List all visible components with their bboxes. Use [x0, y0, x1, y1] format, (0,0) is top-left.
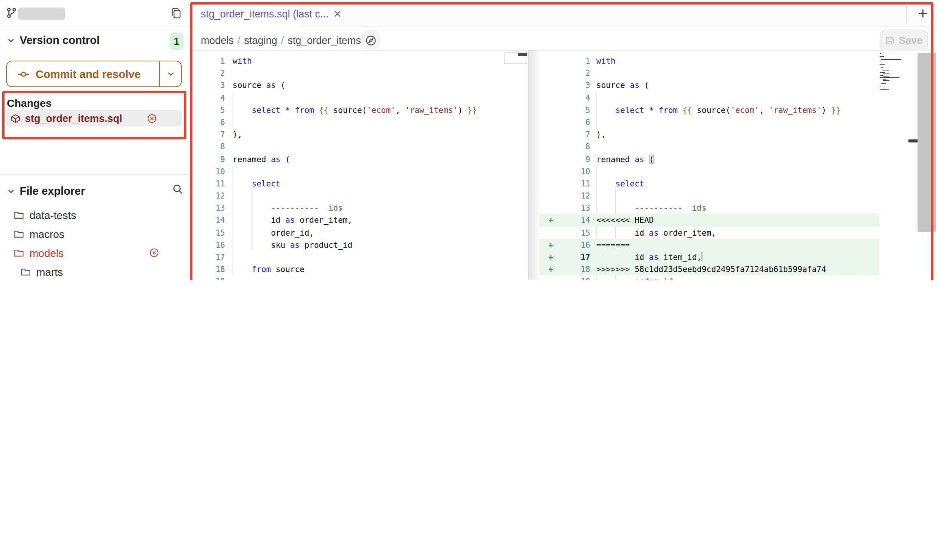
code-line-9: 9renamed as (	[190, 153, 528, 165]
code-line-6: 6	[190, 116, 528, 128]
code-line-2: 2	[190, 67, 528, 79]
code-line-10: 10	[539, 165, 880, 177]
changes-title: Changes	[7, 97, 52, 109]
discard-change-icon[interactable]	[149, 248, 159, 258]
tab-stg-order-items[interactable]: stg_order_items.sql (last c... ✕	[190, 0, 302, 27]
tree-item-marts[interactable]: marts	[0, 263, 189, 280]
code-line-12: 12	[539, 189, 880, 202]
model-lineage-icon[interactable]	[361, 30, 380, 50]
breadcrumb: models/staging/stg_order_items.sql	[201, 35, 377, 46]
sidebar: Version control 1 Commit and resolve Cha…	[0, 0, 189, 280]
code-line-4: 4	[190, 91, 528, 103]
code-line-6: 6	[539, 116, 880, 128]
code-line-1: 1with	[539, 55, 880, 67]
tree-item-macros[interactable]: macros	[0, 224, 189, 243]
chevron-down-icon[interactable]	[7, 36, 15, 45]
branch-name-redacted	[18, 8, 65, 20]
git-branch-icon	[6, 7, 17, 19]
code-line-15: 15 id as order_item,	[539, 226, 880, 238]
breadcrumb-row: models/staging/stg_order_items.sql Save	[189, 27, 938, 50]
code-line-15: 15 order_id,	[190, 226, 528, 238]
git-commit-icon	[17, 68, 30, 80]
changes-count-badge: 1	[170, 33, 183, 50]
code-line-14: +14<<<<<<< HEAD	[539, 214, 880, 226]
save-button[interactable]: Save	[880, 30, 928, 52]
code-line-17: 17	[190, 251, 528, 263]
code-line-18: +18>>>>>>> 58c1dd23d5eebd9cd2495fa7124ab…	[539, 263, 880, 275]
code-line-8: 8	[539, 141, 880, 153]
code-line-4: 4	[539, 91, 880, 103]
code-line-19: 19	[190, 275, 528, 280]
file-tree: data-testsmacrosmodelsmartsstaging__sour…	[0, 205, 189, 280]
code-line-10: 10	[190, 165, 528, 177]
code-line-3: 3source as (	[539, 79, 880, 91]
code-line-1: 1with	[190, 55, 528, 67]
code-line-2: 2	[539, 67, 880, 79]
editor-pane-modified[interactable]: 1with23source as (45 select * from {{ so…	[539, 50, 918, 280]
tree-item-models[interactable]: models	[0, 244, 189, 263]
close-tab-icon[interactable]: ✕	[333, 8, 342, 19]
code-line-11: 11 select	[539, 177, 880, 189]
folder-icon	[14, 229, 24, 239]
code-line-13: 13 ---------- ids	[539, 202, 880, 214]
minimap[interactable]	[880, 53, 908, 92]
new-tab-button[interactable]: +	[911, 2, 935, 26]
code-line-7: 7),	[539, 128, 880, 140]
right-pane-scroll-marker	[908, 139, 918, 142]
code-line-5: 5 select * from {{ source('ecom', 'raw_i…	[190, 104, 528, 116]
copy-icon[interactable]	[170, 8, 182, 19]
version-control-title: Version control	[20, 34, 100, 46]
code-line-18: 18 from source	[190, 263, 528, 275]
folder-icon	[14, 248, 24, 258]
tree-item-data-tests[interactable]: data-tests	[0, 205, 189, 224]
chevron-down-icon[interactable]	[7, 187, 15, 196]
file-explorer-title: File explorer	[20, 185, 85, 197]
code-line-9: 9renamed as (	[539, 153, 880, 165]
editor-pane-original[interactable]: 1with23source as (45 select * from {{ so…	[190, 50, 528, 280]
left-pane-scrollbar-thumb[interactable]	[518, 53, 527, 56]
code-line-16: +16=======	[539, 239, 880, 251]
save-floppy-icon	[885, 36, 895, 45]
search-icon[interactable]	[172, 183, 183, 195]
changed-file-stg-order-items[interactable]: stg_order_items.sql	[6, 110, 182, 127]
right-pane-scrollbar[interactable]	[918, 53, 936, 232]
code-line-3: 3source as (	[190, 79, 528, 91]
code-line-16: 16 sku as product_id	[190, 239, 528, 251]
folder-icon	[14, 210, 24, 220]
code-line-12: 12	[190, 189, 528, 202]
chevron-down-icon[interactable]	[167, 70, 175, 78]
code-line-13: 13 ---------- ids	[190, 202, 528, 214]
commit-and-resolve-button[interactable]: Commit and resolve	[6, 61, 182, 87]
tab-strip: stg_order_items.sql (last c... ✕ +	[189, 0, 938, 27]
model-cube-icon	[11, 113, 20, 123]
dbt-ide: Version control 1 Commit and resolve Cha…	[0, 0, 938, 280]
code-line-7: 7),	[190, 128, 528, 140]
code-line-11: 11 select	[190, 177, 528, 189]
folder-icon	[20, 267, 31, 277]
discard-change-icon[interactable]	[147, 113, 157, 123]
code-line-5: 5 select * from {{ source('ecom', 'raw_i…	[539, 104, 880, 116]
code-line-19: 19 order_id,	[539, 275, 880, 280]
code-line-14: 14 id as order_item,	[190, 214, 528, 226]
code-line-8: 8	[190, 141, 528, 153]
code-line-17: +17 id as item_id,	[539, 251, 880, 263]
